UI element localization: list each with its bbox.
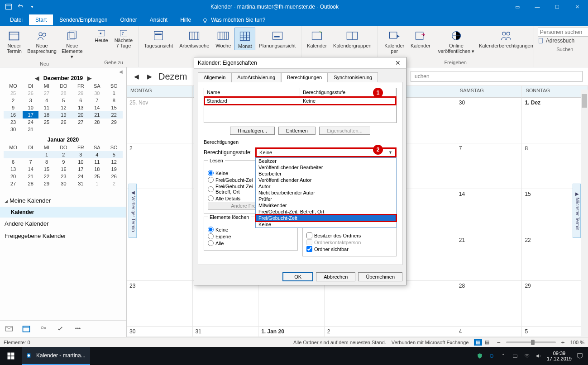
minical-day[interactable]: 4 (38, 97, 54, 104)
minical-day[interactable]: 2 (105, 180, 123, 187)
tab-ansicht[interactable]: Ansicht (143, 14, 174, 25)
minical-day[interactable]: 14 (89, 104, 105, 111)
minical-day[interactable]: 9 (55, 158, 73, 166)
minical-day[interactable]: 29 (105, 119, 123, 126)
permissions-table[interactable]: Name Berechtigungsstufe Standard Keine (204, 88, 397, 123)
day-cell[interactable]: 8 (522, 143, 588, 189)
dialog-close-button[interactable]: ✕ (393, 59, 402, 66)
minical-day[interactable]: 1 (38, 151, 54, 158)
cal-prev-icon[interactable]: ◀ (132, 73, 141, 80)
tab-hilfe[interactable]: Hilfe (174, 14, 197, 25)
woche-button[interactable]: Woche (213, 28, 234, 49)
arbeitswoche-button[interactable]: Arbeitswoche (177, 28, 212, 49)
minical-day[interactable]: 13 (72, 104, 89, 111)
close-button[interactable]: ✕ (568, 0, 586, 13)
day-cell[interactable]: 2 (325, 327, 391, 337)
ribbon-display-options-icon[interactable]: ▭ (508, 0, 526, 13)
minical-day[interactable]: 27 (38, 90, 54, 97)
minical-day[interactable]: 22 (105, 111, 123, 119)
minical-day[interactable]: 25 (38, 119, 54, 126)
monat-button[interactable]: Monat (234, 28, 255, 50)
minical-day[interactable] (4, 151, 23, 158)
day-cell[interactable]: 14 (456, 189, 522, 235)
day-cell[interactable] (127, 235, 193, 281)
minical-day[interactable]: 10 (23, 104, 38, 111)
minical-day[interactable]: 29 (72, 90, 89, 97)
personen-suchen-field[interactable] (538, 28, 588, 37)
day-cell[interactable]: 1. Dez (522, 98, 588, 143)
tray-volume-icon[interactable] (535, 352, 542, 360)
minical-day[interactable]: 5 (55, 97, 73, 104)
cal-next-icon[interactable]: ▶ (145, 73, 154, 80)
kalender-per-button[interactable]: Kalender per (380, 28, 409, 55)
permission-row-standard[interactable]: Standard Keine (204, 97, 396, 105)
day-cell[interactable]: 29 (522, 281, 588, 327)
minical-day[interactable] (23, 151, 38, 158)
permission-option[interactable]: Frei/Gebucht-Zeit (256, 215, 396, 221)
check-besitzer[interactable]: Besitzer des Ordners (306, 232, 392, 239)
check-sichtbar[interactable]: Ordner sichtbar (306, 246, 392, 252)
minical-day[interactable]: 23 (4, 119, 23, 126)
permission-option[interactable]: Besitzer (256, 158, 396, 164)
minical-day[interactable] (38, 126, 54, 133)
tray-clock[interactable]: 09:39 17.12.2019 (547, 351, 572, 361)
tab-start[interactable]: Start (29, 14, 53, 25)
nav-calendar-icon[interactable] (22, 324, 31, 333)
prev-appointment-tab[interactable]: ◀ Vorheriger Termin (129, 184, 137, 238)
neue-besprechung-button[interactable]: Neue Besprechung (27, 28, 57, 55)
neuer-termin-button[interactable]: Neuer Termin (3, 28, 26, 55)
zoom-in-icon[interactable]: + (561, 339, 565, 346)
minical-day[interactable]: 15 (38, 166, 54, 173)
minical-day[interactable]: 16 (55, 166, 73, 173)
vertical-scrollbar[interactable] (581, 90, 588, 337)
minical-day[interactable]: 6 (72, 97, 89, 104)
tray-network-icon[interactable] (512, 352, 519, 360)
minical-day[interactable]: 8 (38, 158, 54, 166)
day-cell[interactable]: 1. Jan 20 (258, 327, 325, 337)
planungsansicht-button[interactable]: Planungsansicht (256, 28, 298, 49)
minical-day[interactable]: 19 (55, 111, 73, 119)
andere-kalender-section[interactable]: Andere Kalender (0, 218, 126, 230)
kalendergruppen-button[interactable]: Kalendergruppen (330, 28, 374, 49)
minical-day[interactable]: 17 (72, 166, 89, 173)
minical-day[interactable]: 27 (72, 119, 89, 126)
minical-day[interactable]: 17 (23, 111, 38, 119)
minical-day[interactable]: 26 (55, 119, 73, 126)
minical-day[interactable]: 24 (72, 173, 89, 180)
day-cell[interactable]: 4 (456, 327, 522, 337)
add-button[interactable]: Hinzufügen... (230, 127, 275, 135)
minical-day[interactable]: 4 (89, 151, 105, 158)
minical-day[interactable]: 25 (89, 173, 105, 180)
collapse-sidebar-icon[interactable]: ◀ (4, 69, 123, 74)
kalender-oeffnen-button[interactable]: Kalender (304, 28, 330, 49)
day-cell[interactable]: 30 (127, 327, 193, 337)
day-cell[interactable]: 30 (456, 98, 522, 143)
permission-level-dropdown[interactable]: BesitzerVeröffentlichender BearbeiterBea… (255, 157, 397, 228)
tray-notification-icon[interactable] (576, 352, 583, 360)
minical-next[interactable]: ▶ (86, 75, 93, 81)
minical-day[interactable]: 22 (38, 173, 54, 180)
undo-icon[interactable] (16, 3, 24, 11)
minimize-button[interactable]: ― (528, 0, 546, 13)
minical-day[interactable]: 18 (38, 111, 54, 119)
heute-button[interactable]: Heute (92, 28, 110, 44)
minical-day[interactable]: 11 (89, 158, 105, 166)
ok-button[interactable]: OK (282, 272, 313, 281)
minical-day[interactable]: 14 (23, 166, 38, 173)
minical-prev[interactable]: ◀ (33, 75, 41, 81)
minical-day[interactable]: 10 (72, 158, 89, 166)
minical-day[interactable]: 19 (105, 166, 123, 173)
tab-ordner[interactable]: Ordner (114, 14, 143, 25)
minical-day[interactable]: 7 (23, 158, 38, 166)
minical-day[interactable]: 13 (4, 166, 23, 173)
minical-day[interactable]: 26 (23, 90, 38, 97)
radio-loeschen-eigene[interactable]: Eigene (208, 233, 294, 240)
permission-option[interactable]: Veröffentlichender Autor (256, 177, 396, 183)
permission-option[interactable]: Autor (256, 183, 396, 190)
minical-day[interactable]: 31 (23, 126, 38, 133)
zoom-slider[interactable] (506, 341, 556, 343)
apply-button[interactable]: Übernehmen (358, 272, 402, 281)
day-cell[interactable]: 5 (522, 327, 588, 337)
minical-day[interactable] (89, 126, 105, 133)
qat-dropdown-icon[interactable]: ▼ (28, 3, 36, 11)
